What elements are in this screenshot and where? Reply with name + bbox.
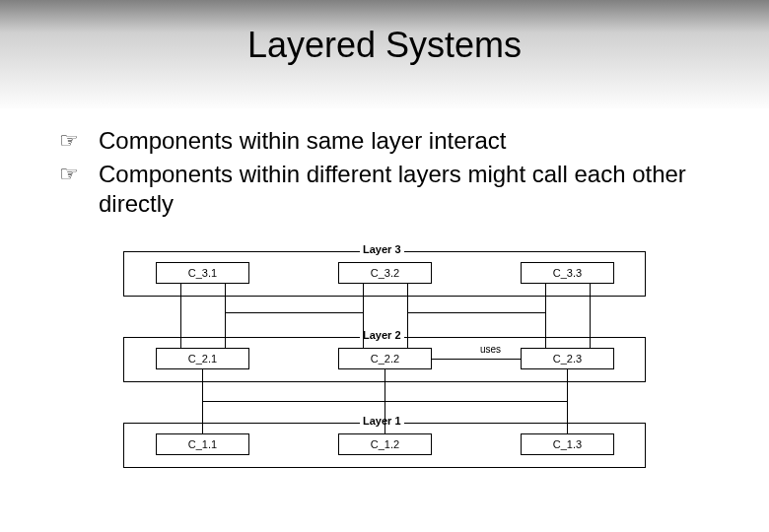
- connector: [384, 401, 567, 402]
- connector: [180, 284, 181, 348]
- connector: [545, 284, 546, 348]
- layered-diagram: Layer 3 C_3.1 C_3.2 C_3.3 Layer 2 C_2.1 …: [123, 243, 646, 475]
- bullet-item: ☞ Components within different layers mig…: [59, 160, 730, 219]
- component-box: C_3.2: [338, 262, 432, 284]
- pointing-hand-icon: ☞: [59, 126, 79, 156]
- connector: [363, 284, 364, 348]
- component-box: C_3.3: [521, 262, 614, 284]
- bullet-list: ☞ Components within same layer interact …: [59, 126, 730, 219]
- connector: [407, 284, 408, 348]
- connector: [432, 359, 521, 360]
- bullet-item: ☞ Components within same layer interact: [59, 126, 730, 156]
- bullet-text: Components within same layer interact: [99, 126, 507, 156]
- layer-label-1: Layer 1: [360, 415, 404, 427]
- connector: [202, 401, 384, 402]
- connector: [590, 284, 591, 348]
- header-gradient: Layered Systems: [0, 0, 769, 108]
- bullet-text: Components within different layers might…: [99, 160, 730, 219]
- connector: [567, 369, 568, 433]
- component-box: C_3.1: [156, 262, 249, 284]
- component-box: C_2.2: [338, 348, 432, 369]
- layer-label-3: Layer 3: [360, 243, 404, 255]
- connector: [225, 284, 226, 348]
- component-box: C_1.2: [338, 433, 432, 455]
- component-box: C_1.1: [156, 433, 249, 455]
- slide-title: Layered Systems: [0, 25, 769, 66]
- uses-label: uses: [478, 344, 503, 355]
- connector: [225, 312, 363, 313]
- component-box: C_2.3: [521, 348, 614, 369]
- connector: [407, 312, 545, 313]
- pointing-hand-icon: ☞: [59, 160, 79, 189]
- layer-label-2: Layer 2: [360, 329, 404, 341]
- component-box: C_2.1: [156, 348, 249, 369]
- component-box: C_1.3: [521, 433, 614, 455]
